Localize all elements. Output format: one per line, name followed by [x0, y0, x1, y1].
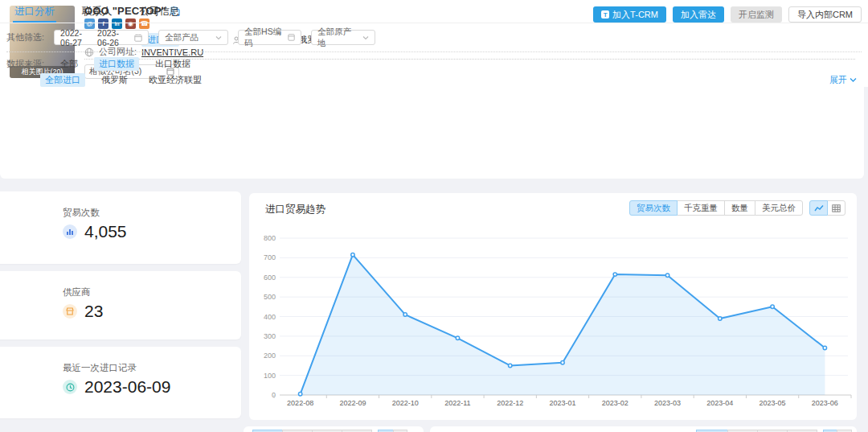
- svg-text:2022-11: 2022-11: [444, 399, 470, 407]
- stat-card-trade-count: 贸易次数 4,055: [0, 191, 241, 264]
- sub-russia[interactable]: 俄罗斯: [96, 73, 133, 87]
- svg-text:2022-10: 2022-10: [392, 399, 419, 407]
- svg-text:2023-04: 2023-04: [706, 399, 733, 407]
- tab-bar: 进口分析 联系人 公司信息: [0, 0, 868, 23]
- origin-select[interactable]: 全部原产地: [311, 30, 375, 45]
- svg-text:200: 200: [264, 352, 276, 360]
- svg-text:2023-06: 2023-06: [812, 399, 838, 407]
- shop-icon: [63, 304, 77, 319]
- hs-code-select[interactable]: 全部HS编码: [238, 30, 301, 45]
- other-filter-label: 其他筛选:: [6, 31, 44, 43]
- svg-text:2022-08: 2022-08: [287, 399, 313, 407]
- chevron-down-icon: [850, 77, 857, 83]
- svg-text:2023-01: 2023-01: [549, 399, 575, 407]
- svg-text:600: 600: [264, 274, 276, 282]
- svg-text:700: 700: [264, 253, 276, 261]
- svg-text:2023-05: 2023-05: [760, 399, 786, 407]
- svg-text:0: 0: [272, 391, 276, 399]
- svg-text:2023-03: 2023-03: [654, 399, 681, 407]
- chevron-down-icon: [215, 35, 222, 40]
- tab-import-analysis[interactable]: 进口分析: [14, 0, 55, 23]
- stat-card-last-import: 最近一次进口记录 2023-06-09: [0, 347, 241, 418]
- trend-chart-card: 进口贸易趋势 贸易次数 千克重量 数量 美元总价 010020030040050…: [249, 193, 857, 420]
- header-divider: [84, 59, 855, 60]
- stat-value: 4,055: [84, 222, 127, 241]
- bottom-right-card: [430, 426, 857, 432]
- svg-text:100: 100: [264, 372, 276, 380]
- svg-text:2022-12: 2022-12: [497, 399, 523, 407]
- sub-all-import[interactable]: 全部进口: [40, 73, 85, 87]
- bar-chart-icon: [63, 224, 77, 239]
- stat-label: 贸易次数: [63, 207, 100, 219]
- data-source-label: 数据来源:: [6, 58, 44, 70]
- source-all[interactable]: 全部: [55, 57, 83, 71]
- tab-contacts[interactable]: 联系人: [82, 0, 113, 23]
- date-end: 2023-06-26: [97, 28, 129, 47]
- svg-text:300: 300: [264, 332, 276, 340]
- sub-eaeu[interactable]: 欧亚经济联盟: [144, 73, 207, 87]
- metric-trade-count[interactable]: 贸易次数: [629, 200, 678, 216]
- source-export[interactable]: 出口数据: [150, 57, 195, 71]
- expand-link[interactable]: 展开: [829, 74, 857, 86]
- analysis-panel: 进口分析 联系人 公司信息 其他筛选: 2022-06-27 2023-06-2…: [0, 87, 864, 179]
- stat-card-suppliers: 供应商 23: [0, 271, 241, 339]
- source-import[interactable]: 进口数据: [94, 57, 139, 71]
- product-select[interactable]: 全部产品: [158, 30, 228, 45]
- stat-value: 23: [84, 302, 103, 321]
- list-icon: [288, 34, 295, 41]
- bottom-left-card: [244, 426, 424, 432]
- svg-text:400: 400: [264, 313, 276, 321]
- clock-icon: [63, 380, 77, 394]
- svg-text:2023-02: 2023-02: [602, 399, 628, 407]
- filter-divider: [6, 51, 862, 52]
- date-start: 2022-06-27: [60, 28, 92, 47]
- calendar-icon: [134, 34, 142, 42]
- line-chart-icon[interactable]: [809, 200, 828, 216]
- svg-text:500: 500: [264, 293, 276, 301]
- stat-label: 最近一次进口记录: [63, 362, 137, 374]
- chevron-down-icon: [362, 35, 369, 40]
- stat-label: 供应商: [63, 286, 91, 298]
- svg-text:2022-09: 2022-09: [339, 399, 366, 407]
- stat-value: 2023-06-09: [84, 377, 170, 397]
- date-range-picker[interactable]: 2022-06-27 2023-06-26: [54, 30, 149, 45]
- svg-text:800: 800: [264, 234, 276, 242]
- tab-company-info[interactable]: 公司信息: [140, 0, 180, 23]
- trend-chart[interactable]: 01002003004005006007008002022-082022-092…: [249, 193, 857, 420]
